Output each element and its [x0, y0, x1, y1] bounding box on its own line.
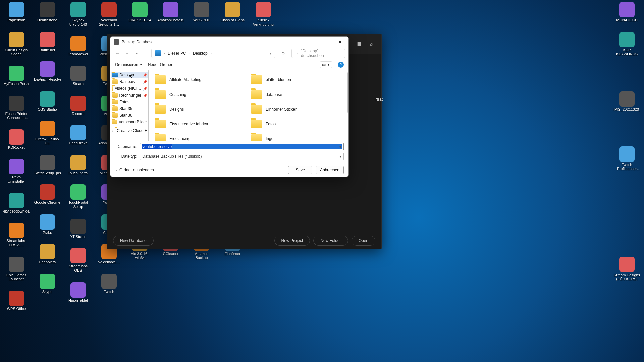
- filetype-select[interactable]: Database Backup Files (*.diskdb) ▼: [140, 153, 344, 160]
- new-database-button[interactable]: New Database: [113, 236, 154, 246]
- folder-tree[interactable]: Desktop📌Rainbow📌videos (NICI…📌Rechnunger…: [110, 70, 149, 141]
- desktop-icon[interactable]: Xpiks: [34, 214, 61, 235]
- chevron-down-icon[interactable]: ▼: [339, 145, 342, 149]
- desktop-icon[interactable]: Kurse - Verknüpfung: [250, 2, 277, 26]
- desktop-icon[interactable]: IMG_20211020_14031: [613, 91, 641, 112]
- view-mode-button[interactable]: ▭ ▼: [320, 61, 332, 68]
- new-folder-button[interactable]: Neuer Ordner: [148, 62, 172, 67]
- folder-item[interactable]: database: [249, 87, 345, 102]
- desktop-icon[interactable]: Streamlabs-OBS-S…: [3, 223, 30, 247]
- breadcrumb[interactable]: › Dieser PC › Desktop › ▾: [151, 49, 275, 58]
- desktop-icon[interactable]: Epson Printer Connection Checker: [3, 96, 30, 120]
- desktop-icon[interactable]: DaVinci_Resolve_16…: [34, 61, 61, 82]
- desktop-icon[interactable]: Cricut Design Space: [3, 32, 30, 56]
- nav-forward-icon[interactable]: →: [123, 49, 131, 57]
- organize-menu[interactable]: Organisieren ▼: [115, 62, 143, 67]
- desktop-icon[interactable]: Revo Uninstaller: [3, 159, 30, 183]
- list-view-icon[interactable]: ≣: [355, 40, 363, 48]
- desktop-icon[interactable]: KDP KEYWORDS: [613, 32, 641, 56]
- refresh-icon[interactable]: ⟳: [279, 49, 287, 57]
- app-icon: [619, 91, 635, 107]
- tree-item-creative-cloud[interactable]: › Creative Cloud F: [111, 127, 148, 134]
- cancel-button[interactable]: Abbrechen: [316, 166, 344, 174]
- save-button[interactable]: Save: [288, 166, 312, 174]
- tree-item[interactable]: Rainbow📌: [111, 78, 148, 85]
- desktop-icon[interactable]: Touch Portal: [64, 155, 92, 175]
- chevron-down-icon[interactable]: ▼: [339, 155, 342, 158]
- hide-folders-toggle[interactable]: ⌄ Ordner ausblenden: [115, 168, 154, 172]
- folder-item[interactable]: Coaching: [153, 87, 249, 102]
- desktop-icon-label: HuionTablet: [68, 298, 88, 303]
- help-icon[interactable]: ?: [338, 62, 344, 68]
- desktop-icon[interactable]: MyEpson Portal: [3, 66, 30, 86]
- open-button-pm[interactable]: Open: [352, 236, 375, 246]
- desktop-icon[interactable]: Hearthstone: [34, 2, 61, 22]
- desktop-icon[interactable]: Google-Chrome: [34, 184, 61, 205]
- search-icon[interactable]: ⌕: [368, 40, 375, 48]
- filename-text-input[interactable]: [142, 144, 342, 149]
- folder-item[interactable]: Einhörner Sticker: [249, 102, 345, 117]
- tree-item[interactable]: Star 35: [111, 105, 148, 112]
- new-folder-button-pm[interactable]: New Folder: [313, 236, 348, 246]
- desktop-icon[interactable]: OBS Studio: [34, 91, 61, 112]
- app-icon: [9, 129, 24, 145]
- desktop-icon[interactable]: TouchPortal Setup: [64, 184, 92, 209]
- desktop-icon[interactable]: TwitchSetup_[usher…: [34, 155, 61, 175]
- folder-label: Designs: [169, 107, 184, 112]
- desktop-icon[interactable]: 4kvideodownloade…: [3, 193, 30, 214]
- desktop-icon[interactable]: Epic Games Launcher: [3, 257, 30, 281]
- tree-item[interactable]: Fotos: [111, 99, 148, 105]
- file-list[interactable]: Affiliate Marketingblätter blumenCoachin…: [149, 70, 348, 141]
- nav-recent-dropdown-icon[interactable]: ▾: [132, 49, 141, 57]
- breadcrumb-item[interactable]: Dieser PC: [166, 50, 187, 56]
- desktop-icon[interactable]: Papierkorb: [3, 2, 30, 22]
- desktop-icon[interactable]: Voicemod Setup_2.1…: [95, 2, 123, 26]
- desktop-icon[interactable]: Stream Designs (FÜR KURS): [613, 257, 641, 281]
- desktop-icon[interactable]: Clash of Clans: [219, 2, 246, 22]
- desktop-icon[interactable]: HandBrake: [64, 125, 92, 145]
- tree-item[interactable]: Desktop📌: [111, 72, 148, 78]
- nav-back-icon[interactable]: ←: [114, 49, 122, 57]
- desktop-icon[interactable]: Skype-8.75.0.140: [64, 2, 92, 26]
- desktop-icon[interactable]: Skype: [34, 274, 61, 294]
- desktop-icon[interactable]: MONATLICH: [613, 2, 641, 22]
- desktop-icon[interactable]: YT Studio: [64, 219, 92, 239]
- folder-item[interactable]: blätter blumen: [249, 72, 345, 87]
- folder-item[interactable]: Designs: [153, 102, 249, 117]
- desktop-icon[interactable]: AmazonPhotosSetup: [157, 2, 184, 22]
- folder-item[interactable]: Etsy+ creative fabrica: [153, 117, 249, 131]
- files-scrollbar[interactable]: [347, 72, 348, 113]
- desktop-icon[interactable]: GIMP 2.10.24: [126, 2, 154, 22]
- breadcrumb-item[interactable]: Desktop: [192, 50, 209, 56]
- desktop-icon[interactable]: Discord: [64, 96, 92, 116]
- nav-up-icon[interactable]: ↑: [142, 49, 150, 57]
- desktop-icon[interactable]: Streamlabs OBS: [64, 248, 92, 273]
- desktop-icon[interactable]: WPS PDF: [188, 2, 215, 22]
- desktop-icon[interactable]: Twitch Profilbanner template: [613, 146, 641, 171]
- folder-item[interactable]: Affiliate Marketing: [153, 72, 249, 87]
- tree-item[interactable]: Rechnunger📌: [111, 92, 148, 99]
- desktop-icon[interactable]: Twitch: [95, 274, 123, 294]
- folder-label: Etsy+ creative fabrica: [169, 122, 208, 126]
- desktop-icon[interactable]: DeepMeta: [34, 244, 61, 264]
- tree-item[interactable]: Star 36: [111, 112, 148, 119]
- filename-input[interactable]: ▼: [140, 143, 344, 150]
- folder-item[interactable]: Ingo: [249, 131, 345, 141]
- tree-scrollbar[interactable]: [148, 70, 149, 141]
- desktop-icon[interactable]: Firefox Online-DE: [34, 121, 61, 145]
- search-input[interactable]: → "Desktop" durchsuchen: [291, 49, 345, 58]
- close-button[interactable]: ✕: [334, 38, 346, 46]
- folder-item[interactable]: Fotos: [249, 117, 345, 131]
- tree-item[interactable]: videos (NICI…📌: [111, 85, 148, 92]
- desktop-icon[interactable]: HuionTablet: [64, 282, 92, 303]
- desktop-icon[interactable]: Steam: [64, 66, 92, 86]
- desktop-icon[interactable]: TeamViewer: [64, 36, 92, 56]
- desktop-icon[interactable]: KDRocket: [3, 129, 30, 150]
- folder-item[interactable]: Freelancing: [153, 131, 249, 141]
- tree-item[interactable]: Vorschau Bilder: [111, 119, 148, 125]
- new-project-button[interactable]: New Project: [274, 236, 310, 246]
- breadcrumb-dropdown-icon[interactable]: ▾: [268, 51, 273, 56]
- desktop-icon[interactable]: Battle.net: [34, 32, 61, 52]
- expand-icon[interactable]: ›: [112, 129, 113, 133]
- desktop-icon[interactable]: WPS Office: [3, 291, 30, 311]
